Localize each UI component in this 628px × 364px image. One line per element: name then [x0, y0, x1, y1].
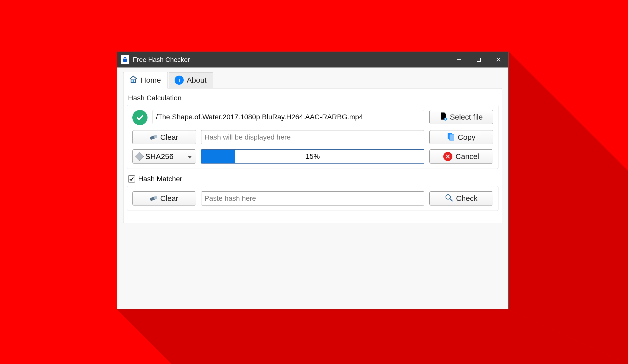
chevron-down-icon [187, 152, 192, 161]
search-icon [445, 194, 453, 203]
copy-icon [447, 132, 455, 143]
hash-matcher-group: Clear Paste hash here Chec [127, 186, 498, 211]
eraser-icon [150, 133, 157, 142]
tab-home-label: Home [141, 76, 161, 84]
check-button[interactable]: Check [429, 191, 493, 206]
algorithm-selected: SHA256 [145, 152, 174, 161]
checkbox-icon [128, 175, 135, 183]
file-add-icon [440, 112, 447, 122]
diamond-icon [135, 152, 144, 161]
maximize-button[interactable] [469, 52, 489, 67]
paste-hash-input[interactable]: Paste hash here [201, 191, 424, 206]
copy-label: Copy [458, 133, 475, 142]
info-icon: i [175, 76, 184, 85]
hash-matcher-toggle[interactable]: Hash Matcher [125, 175, 500, 186]
window-title: Free Hash Checker [133, 56, 190, 64]
svg-rect-6 [133, 80, 134, 82]
svg-marker-14 [188, 156, 192, 158]
select-file-label: Select file [450, 113, 483, 121]
cancel-button[interactable]: Cancel [429, 149, 493, 164]
hash-output-input[interactable]: Hash will be displayed here [201, 130, 424, 144]
tab-about-label: About [187, 76, 206, 84]
algorithm-select[interactable]: SHA256 [132, 149, 196, 164]
tab-panel-home: Hash Calculation /The.Shape.of.Water.201… [123, 88, 502, 223]
clear-match-button[interactable]: Clear [132, 191, 196, 206]
app-icon [121, 55, 129, 64]
file-path-input[interactable]: /The.Shape.of.Water.2017.1080p.BluRay.H2… [153, 110, 424, 124]
hash-calculation-label: Hash Calculation [125, 93, 500, 105]
home-icon [129, 75, 138, 85]
svg-rect-2 [477, 58, 480, 61]
clear-hash-label: Clear [160, 133, 178, 142]
clear-hash-button[interactable]: Clear [132, 130, 196, 144]
svg-rect-0 [123, 59, 127, 62]
status-ok-icon [132, 110, 148, 125]
app-window: Free Hash Checker [117, 52, 509, 309]
progress-percent: 15% [306, 152, 320, 161]
copy-button[interactable]: Copy [429, 130, 493, 144]
hash-matcher-label: Hash Matcher [138, 175, 182, 183]
tab-about[interactable]: i About [169, 72, 213, 88]
cancel-label: Cancel [455, 152, 479, 161]
close-button[interactable] [489, 52, 508, 67]
eraser-icon [150, 194, 157, 203]
svg-rect-13 [449, 134, 454, 140]
progress-bar: 15% [201, 149, 424, 164]
cancel-icon [443, 152, 452, 161]
minimize-button[interactable] [449, 52, 469, 67]
tab-strip: Home i About [117, 67, 508, 88]
svg-line-20 [450, 199, 452, 201]
check-label: Check [456, 194, 477, 203]
select-file-button[interactable]: Select file [429, 110, 493, 124]
tab-home[interactable]: Home [123, 72, 168, 88]
clear-match-label: Clear [160, 194, 178, 203]
hash-calculation-group: /The.Shape.of.Water.2017.1080p.BluRay.H2… [127, 105, 498, 169]
titlebar[interactable]: Free Hash Checker [117, 52, 508, 67]
